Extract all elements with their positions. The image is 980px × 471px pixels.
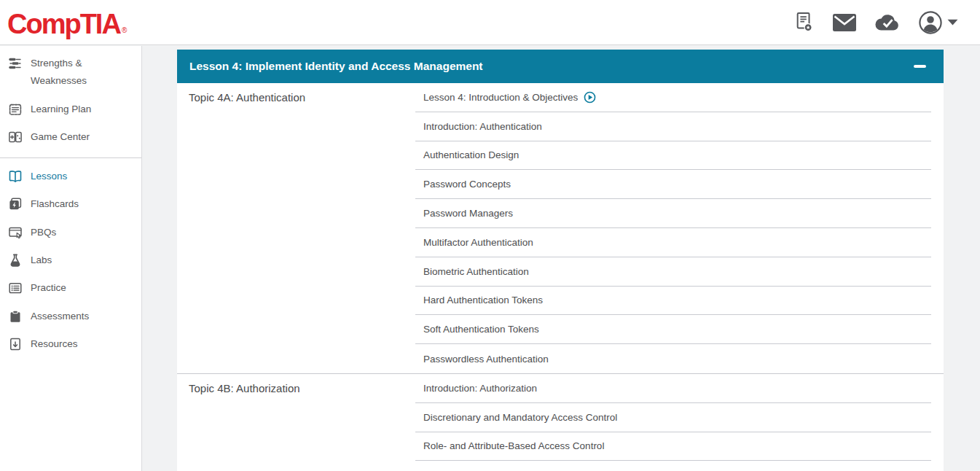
top-header: CompTIA ® [0,0,980,45]
lesson-item-label: Passwordless Authentication [423,354,549,365]
lesson-item-label: Introduction: Authorization [423,383,537,394]
lessons-icon [8,169,23,184]
lesson-item-label: Authentication Design [423,149,519,160]
header-icon-bar [794,10,958,35]
lesson-item[interactable]: Hard Authentication Tokens [415,287,931,316]
lesson-item[interactable]: Passwordless Authentication [415,344,931,373]
logo-text: CompTIA [7,7,120,38]
game-center-icon [8,130,23,144]
lesson-header[interactable]: Lesson 4: Implement Identity and Access … [177,50,944,83]
sidebar-item-label: Lessons [31,168,67,185]
topic-section: Topic 4A: Authentication Lesson 4: Intro… [177,83,944,373]
resources-icon [8,337,23,351]
sidebar-item-labs[interactable]: Labs [0,246,141,274]
survey-icon[interactable] [794,11,815,34]
labs-icon [8,253,23,268]
sidebar-item-label: Game Center [31,128,90,146]
lesson-item[interactable]: Introduction: Authorization [415,374,931,403]
comptia-logo[interactable]: CompTIA ® [7,7,127,38]
sidebar-item-label: Resources [31,335,78,353]
lesson-item[interactable]: Role- and Attribute-Based Access Control [415,432,931,462]
sidebar-item-practice[interactable]: Practice [0,274,141,302]
lesson-item-label: Lesson 4: Introduction & Objectives [423,92,578,103]
sidebar-item-label: Assessments [31,308,89,325]
sidebar-item-lessons[interactable]: Lessons [0,163,141,190]
topic-section: Topic 4B: Authorization Introduction: Au… [177,373,944,471]
registered-mark: ® [122,26,127,34]
mail-icon[interactable] [832,13,857,32]
sidebar-item-label: Flashcards [31,195,79,213]
sidebar-item-strengths-weaknesses[interactable]: Strengths & Weaknesses [0,50,141,96]
lesson-item[interactable]: Lesson 4: Introduction & Objectives [415,83,931,112]
sidebar: Strengths & Weaknesses Learning Plan Gam… [0,46,142,471]
lesson-item[interactable]: Biometric Authentication [415,257,931,287]
sidebar-item-flashcards[interactable]: Flashcards [0,190,141,218]
lesson-item-label: Soft Authentication Tokens [423,324,539,335]
lesson-item-label: Role- and Attribute-Based Access Control [423,440,604,451]
sidebar-item-label: PBQs [31,224,56,241]
lesson-item-label: Introduction: Authentication [423,121,542,132]
lesson-panel: Lesson 4: Implement Identity and Access … [177,50,944,471]
practice-icon [8,281,23,295]
cloud-sync-icon[interactable] [874,12,901,32]
lesson-item[interactable]: Rule-Based Access Control [415,461,931,471]
lesson-item-label: Password Managers [423,208,513,219]
sidebar-item-pbqs[interactable]: PBQs [0,219,141,246]
lesson-item[interactable]: Multifactor Authentication [415,228,931,257]
sidebar-item-learning-plan[interactable]: Learning Plan [0,96,141,123]
sidebar-item-label: Learning Plan [31,101,91,118]
lesson-item-label: Multifactor Authentication [423,237,533,248]
lesson-title: Lesson 4: Implement Identity and Access … [189,60,483,73]
lesson-item-label: Hard Authentication Tokens [423,295,543,305]
topic-label: Topic 4B: Authorization [177,374,415,471]
sidebar-item-game-center[interactable]: Game Center [0,123,141,151]
strengths-weaknesses-icon [8,56,23,71]
lesson-item[interactable]: Introduction: Authentication [415,112,931,141]
caret-down-icon [947,18,958,26]
lesson-item[interactable]: Password Managers [415,199,931,228]
play-icon[interactable] [584,91,596,104]
flashcards-icon [8,197,23,211]
lesson-item[interactable]: Authentication Design [415,141,931,171]
sidebar-item-label: Strengths & Weaknesses [31,55,124,90]
assessments-icon [8,309,23,324]
lesson-item-label: Password Concepts [423,179,511,190]
topics-list: Topic 4A: Authentication Lesson 4: Intro… [177,83,944,471]
account-menu-button[interactable] [918,10,958,35]
sidebar-item-label: Practice [31,279,66,297]
collapse-icon[interactable] [914,65,926,68]
sidebar-item-resources[interactable]: Resources [0,330,141,358]
user-avatar-icon [918,10,943,35]
sidebar-item-label: Labs [31,252,52,269]
topic-label: Topic 4A: Authentication [177,83,415,373]
lesson-item[interactable]: Soft Authentication Tokens [415,315,931,344]
lesson-item[interactable]: Password Concepts [415,170,931,199]
learning-plan-icon [8,102,23,117]
lesson-item-label: Biometric Authentication [423,266,529,277]
lesson-item[interactable]: Discretionary and Mandatory Access Contr… [415,403,931,432]
sidebar-item-assessments[interactable]: Assessments [0,303,141,330]
topic-items: Lesson 4: Introduction & Objectives Intr… [415,83,944,373]
pbqs-icon [8,225,23,240]
sidebar-divider [0,157,141,158]
lesson-item-label: Discretionary and Mandatory Access Contr… [423,412,617,423]
topic-items: Introduction: Authorization Discretionar… [415,374,944,471]
